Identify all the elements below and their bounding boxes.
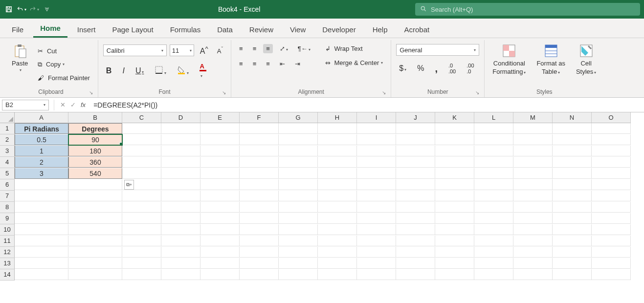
cell[interactable] [357,168,396,179]
name-box[interactable]: B2▾ [2,100,49,110]
cell[interactable] [200,134,240,145]
cell[interactable] [396,157,435,168]
cell[interactable] [435,213,474,224]
enter-formula-icon[interactable]: ✓ [70,101,76,108]
cell[interactable] [122,157,161,168]
cell[interactable] [396,224,435,235]
cell[interactable] [122,168,161,179]
cell[interactable] [513,269,553,280]
alignment-launcher-icon[interactable]: ↘ [382,90,386,95]
align-left-icon[interactable]: ≡ [236,59,246,68]
wrap-text-button[interactable]: ↲ Wrap Text [322,44,386,53]
cell[interactable] [513,224,553,235]
cell[interactable] [240,213,279,224]
cell[interactable] [68,179,122,190]
cell[interactable] [200,157,240,168]
cell[interactable] [357,134,396,145]
cell[interactable] [279,236,318,246]
cell[interactable] [357,247,396,258]
cell[interactable] [435,146,474,156]
cell[interactable] [318,168,357,179]
cell[interactable]: Degrees [68,123,122,134]
cell[interactable]: Pi Radians [15,123,68,134]
cell[interactable] [553,134,592,145]
cell[interactable] [435,236,474,246]
column-header[interactable]: F [240,112,279,123]
column-header[interactable]: K [435,112,474,123]
cell[interactable] [68,236,122,246]
cell[interactable] [474,134,513,145]
cell[interactable] [240,191,279,201]
align-bottom-icon[interactable]: ≡ [263,44,273,53]
cell[interactable] [200,269,240,280]
cell[interactable] [122,247,161,258]
formula-input[interactable]: =DEGREES(A2*PI()) [89,98,644,112]
row-header[interactable]: 11 [0,236,15,247]
cell[interactable] [592,168,631,179]
row-header[interactable]: 10 [0,224,15,236]
cell[interactable] [513,213,553,224]
cell[interactable] [435,202,474,213]
row-header[interactable]: 2 [0,134,15,146]
cell[interactable] [357,213,396,224]
cell[interactable] [474,247,513,258]
cell[interactable] [318,202,357,213]
cell[interactable] [240,123,279,134]
cell[interactable] [396,146,435,156]
cell[interactable] [396,123,435,134]
cell[interactable] [161,213,200,224]
decrease-decimal-icon[interactable]: .00.0 [464,62,477,75]
merge-center-button[interactable]: ⇔ Merge & Center▾ [322,58,386,67]
cell[interactable] [357,123,396,134]
bold-button[interactable]: B [103,65,115,76]
cell[interactable] [357,202,396,213]
cell[interactable] [68,247,122,258]
increase-font-icon[interactable]: A^ [197,44,211,57]
font-color-button[interactable]: A▾ [197,62,209,80]
cell[interactable] [474,168,513,179]
cell[interactable] [513,258,553,269]
percent-format-icon[interactable]: % [414,63,427,74]
cell[interactable] [513,157,553,168]
cell[interactable] [553,258,592,269]
cell[interactable] [474,146,513,156]
cell[interactable] [240,202,279,213]
row-header[interactable]: 14 [0,269,15,281]
cell[interactable] [240,236,279,246]
tab-developer[interactable]: Developer [315,21,362,38]
cell[interactable] [592,134,631,145]
cell[interactable] [474,202,513,213]
cell[interactable] [68,191,122,201]
cell[interactable] [592,258,631,269]
paste-button[interactable]: Paste ▾ [9,41,31,87]
cell[interactable] [474,213,513,224]
cell[interactable] [435,123,474,134]
cell[interactable] [513,146,553,156]
orientation-icon[interactable]: ⤢▾ [277,44,291,53]
cell[interactable] [513,236,553,246]
cell[interactable] [318,269,357,280]
cell[interactable] [279,213,318,224]
cell[interactable] [435,247,474,258]
cell[interactable] [279,123,318,134]
cell[interactable] [15,236,68,246]
worksheet-grid[interactable]: ABCDEFGHIJKLMNO1Pi RadiansDegrees20.5903… [0,112,644,281]
cell[interactable] [592,224,631,235]
column-header[interactable]: D [161,112,200,123]
cell[interactable] [318,213,357,224]
increase-decimal-icon[interactable]: .0.00 [445,62,459,75]
cell[interactable] [513,179,553,190]
tab-page-layout[interactable]: Page Layout [105,21,160,38]
cell[interactable] [474,258,513,269]
cell[interactable] [553,191,592,201]
cell[interactable] [553,123,592,134]
cell[interactable] [240,269,279,280]
cell[interactable] [592,202,631,213]
cell[interactable] [553,157,592,168]
cell[interactable] [240,157,279,168]
comma-format-icon[interactable]: , [432,62,441,75]
cell[interactable] [240,247,279,258]
row-header[interactable]: 7 [0,191,15,202]
cell[interactable] [200,168,240,179]
cell[interactable] [122,123,161,134]
